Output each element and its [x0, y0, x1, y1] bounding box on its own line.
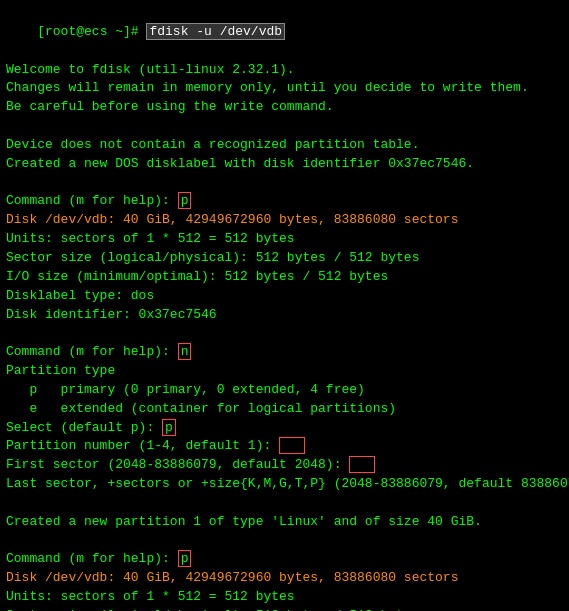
disklabel1-line: Disklabel type: dos — [6, 287, 563, 306]
title-line: [root@ecs ~]# fdisk -u /dev/vdb — [6, 4, 563, 61]
sector-size2-line: Sector size (logical/physical): 512 byte… — [6, 607, 563, 611]
partition-number-box — [279, 437, 305, 454]
sector-size1-line: Sector size (logical/physical): 512 byte… — [6, 249, 563, 268]
io-size1-line: I/O size (minimum/optimal): 512 bytes / … — [6, 268, 563, 287]
cmd1-line: Command (m for help): p — [6, 192, 563, 211]
partition-number-line: Partition number (1-4, default 1): — [6, 437, 563, 456]
disk-id1-line: Disk identifier: 0x37ec7546 — [6, 306, 563, 325]
cmd2-line: Command (m for help): n — [6, 343, 563, 362]
terminal-window: [root@ecs ~]# fdisk -u /dev/vdb Welcome … — [0, 0, 569, 611]
welcome-line: Welcome to fdisk (util-linux 2.32.1). — [6, 61, 563, 80]
first-sector-box — [349, 456, 375, 473]
blank1 — [6, 117, 563, 136]
prompt: [root@ecs ~]# — [37, 24, 146, 39]
partition-type-line: Partition type — [6, 362, 563, 381]
created-dos-line: Created a new DOS disklabel with disk id… — [6, 155, 563, 174]
cmd2-letter: n — [178, 343, 192, 360]
cmd3-letter: p — [178, 550, 192, 567]
units1-line: Units: sectors of 1 * 512 = 512 bytes — [6, 230, 563, 249]
no-partition-line: Device does not contain a recognized par… — [6, 136, 563, 155]
blank4 — [6, 494, 563, 513]
careful-line: Be careful before using the write comman… — [6, 98, 563, 117]
changes-line: Changes will remain in memory only, unti… — [6, 79, 563, 98]
last-sector-line: Last sector, +sectors or +size{K,M,G,T,P… — [6, 475, 563, 494]
select-default-line: Select (default p): p — [6, 419, 563, 438]
first-sector-line: First sector (2048-83886079, default 204… — [6, 456, 563, 475]
cmd3-line: Command (m for help): p — [6, 550, 563, 569]
primary-line: p primary (0 primary, 0 extended, 4 free… — [6, 381, 563, 400]
select-p-letter: p — [162, 419, 176, 436]
disk1-line: Disk /dev/vdb: 40 GiB, 42949672960 bytes… — [6, 211, 563, 230]
blank3 — [6, 324, 563, 343]
units2-line: Units: sectors of 1 * 512 = 512 bytes — [6, 588, 563, 607]
disk2-line: Disk /dev/vdb: 40 GiB, 42949672960 bytes… — [6, 569, 563, 588]
created-partition-line: Created a new partition 1 of type 'Linux… — [6, 513, 563, 532]
extended-line: e extended (container for logical partit… — [6, 400, 563, 419]
blank2 — [6, 174, 563, 193]
command-highlight: fdisk -u /dev/vdb — [146, 23, 285, 40]
cmd1-letter: p — [178, 192, 192, 209]
blank5 — [6, 532, 563, 551]
